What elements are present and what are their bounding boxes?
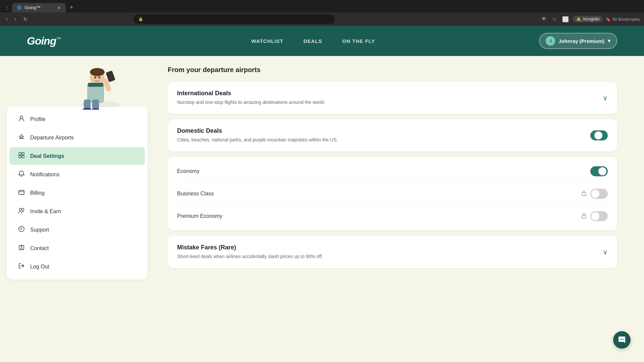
deal-settings-label: Deal Settings (30, 153, 64, 159)
business-class-lock-icon (581, 190, 587, 197)
user-avatar: J (546, 36, 555, 46)
international-deals-card[interactable]: International Deals Nonstop and one-stop… (168, 82, 617, 114)
premium-economy-lock-icon (581, 213, 587, 220)
bookmarks-icon: 🔖 (605, 17, 611, 22)
new-tab-button[interactable]: + (67, 3, 76, 12)
premium-economy-toggle[interactable] (590, 211, 608, 221)
incognito-badge[interactable]: 🕵 Incognito (573, 16, 603, 22)
browser-chrome: ⋮ 🌐 Going™ ✕ + ‹ › ↻ 🔒 going.com/setting… (0, 0, 644, 26)
svg-point-27 (622, 339, 623, 340)
economy-label: Economy (177, 168, 200, 174)
economy-setting-row: Economy ✓ (177, 160, 608, 183)
star-icon[interactable]: ☆ (551, 15, 558, 24)
svg-point-26 (620, 339, 621, 340)
support-icon (17, 226, 25, 234)
nav-on-the-fly[interactable]: ON THE FLY (342, 38, 375, 44)
profile-label: Profile (30, 116, 45, 122)
refresh-button[interactable]: ↻ (21, 15, 30, 24)
url-input[interactable]: going.com/settings/deals (146, 16, 330, 22)
nav-watchlist[interactable]: WATCHLIST (251, 38, 283, 44)
sidebar-item-deal-settings[interactable]: Deal Settings (9, 147, 145, 165)
svg-point-23 (21, 246, 22, 247)
sidebar-item-billing[interactable]: Billing (9, 184, 145, 202)
mistake-fares-title: Mistake Fares (Rare) (177, 244, 596, 251)
sidebar-item-support[interactable]: Support (9, 221, 145, 239)
economy-toggle-check: ✓ (603, 169, 606, 174)
browser-tab[interactable]: 🌐 Going™ ✕ (12, 3, 66, 12)
svg-rect-17 (22, 156, 24, 158)
svg-rect-14 (19, 153, 21, 155)
economy-toggle[interactable]: ✓ (590, 166, 608, 176)
mistake-fares-info: Mistake Fares (Rare) Short-lived deals w… (177, 244, 596, 260)
sidebar-item-contact[interactable]: Contact (9, 239, 145, 257)
tablet-icon[interactable]: ⬜ (561, 15, 570, 24)
section-title: From your departure airports (168, 66, 617, 74)
tab-list-button[interactable]: ⋮ (3, 4, 11, 12)
incognito-label: Incognito (583, 17, 599, 21)
svg-rect-25 (582, 215, 586, 218)
svg-point-20 (22, 208, 24, 211)
user-menu[interactable]: J Johnray (Premium) ▾ (539, 33, 617, 49)
svg-rect-8 (102, 78, 112, 92)
domestic-deals-info: Domestic Deals Cities, beaches, national… (177, 127, 585, 143)
svg-rect-1 (87, 83, 104, 103)
contact-label: Contact (30, 245, 49, 251)
domestic-deals-toggle[interactable] (590, 130, 608, 140)
svg-point-2 (90, 70, 105, 85)
svg-rect-15 (22, 153, 24, 155)
mistake-fares-desc: Short-lived deals when airlines accident… (177, 253, 596, 260)
mistake-fares-card[interactable]: Mistake Fares (Rare) Short-lived deals w… (168, 236, 617, 268)
notifications-label: Notifications (30, 172, 59, 178)
forward-button[interactable]: › (12, 15, 18, 23)
logo-tm: ™ (56, 36, 60, 42)
business-class-setting-row: Business Class (177, 183, 608, 205)
app-logo[interactable]: Going™ (27, 35, 60, 47)
security-lock-icon: 🔒 (138, 17, 143, 21)
departure-airports-icon (17, 133, 25, 142)
international-deals-title: International Deals (177, 90, 596, 97)
back-button[interactable]: ‹ (4, 15, 10, 23)
tab-close-button[interactable]: ✕ (57, 5, 61, 10)
sidebar-item-log-out[interactable]: Log Out (9, 258, 145, 276)
mistake-fares-chevron-icon[interactable]: ∨ (603, 248, 608, 256)
invite-earn-icon (17, 207, 25, 216)
invite-earn-label: Invite & Earn (30, 208, 61, 215)
sidebar-item-departure-airports[interactable]: Departure Airports (9, 129, 145, 146)
domestic-deals-card[interactable]: Domestic Deals Cities, beaches, national… (168, 119, 617, 152)
toolbar-actions: 👁 ☆ ⬜ 🕵 Incognito 🔖 All Bookmarks (540, 15, 640, 24)
bookmarks-label: All Bookmarks (612, 17, 640, 22)
support-label: Support (30, 227, 49, 233)
sidebar-item-notifications[interactable]: Notifications (9, 166, 145, 183)
departure-airports-label: Departure Airports (30, 135, 74, 141)
tab-label: Going™ (24, 5, 41, 10)
svg-rect-18 (19, 190, 24, 194)
business-class-controls (581, 189, 608, 199)
nav-deals[interactable]: DEALS (304, 38, 322, 44)
business-class-label: Business Class (177, 191, 214, 197)
chat-button[interactable] (613, 331, 631, 349)
international-deals-chevron-icon[interactable]: ∨ (603, 94, 608, 102)
international-deals-desc: Nonstop and one-stop flights to amazing … (177, 99, 596, 106)
svg-point-11 (94, 76, 96, 79)
svg-point-13 (20, 116, 23, 119)
svg-rect-9 (106, 70, 115, 82)
billing-icon (17, 189, 25, 197)
sidebar: Profile Departure Airports (0, 56, 154, 362)
sidebar-item-invite-earn[interactable]: Invite & Earn (9, 202, 145, 220)
main-content: Profile Departure Airports (0, 56, 644, 362)
svg-point-19 (19, 208, 22, 211)
eye-off-icon[interactable]: 👁 (540, 15, 548, 23)
bookmarks-button[interactable]: 🔖 All Bookmarks (605, 17, 640, 22)
contact-icon (17, 244, 25, 252)
sidebar-nav: Profile Departure Airports (7, 106, 148, 280)
business-class-toggle[interactable] (590, 189, 608, 199)
notifications-icon (17, 170, 25, 179)
tab-favicon: 🌐 (17, 5, 22, 10)
sidebar-item-profile[interactable]: Profile (9, 110, 145, 128)
log-out-label: Log Out (30, 264, 49, 270)
domestic-deals-desc: Cities, beaches, national parks, and pur… (177, 136, 585, 143)
domestic-deals-title: Domestic Deals (177, 127, 585, 134)
premium-economy-label: Premium Economy (177, 213, 222, 219)
svg-point-28 (623, 339, 624, 340)
premium-economy-setting-row: Premium Economy (177, 205, 608, 227)
